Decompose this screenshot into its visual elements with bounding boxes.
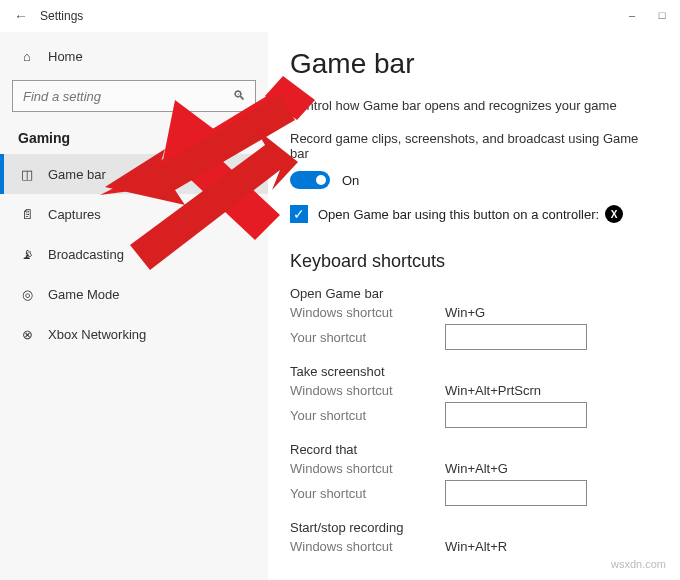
win-shortcut-value: Win+Alt+R	[445, 539, 507, 554]
sidebar-item-game-mode[interactable]: ◎ Game Mode	[0, 274, 268, 314]
your-shortcut-input[interactable]	[445, 480, 587, 506]
shortcut-title: Take screenshot	[290, 364, 658, 379]
sidebar-item-label: Game Mode	[48, 287, 120, 302]
win-shortcut-label: Windows shortcut	[290, 305, 445, 320]
xbox-button-icon: X	[605, 205, 623, 223]
win-shortcut-value: Win+Alt+G	[445, 461, 508, 476]
shortcut-title: Record that	[290, 442, 658, 457]
shortcut-title: Open Game bar	[290, 286, 658, 301]
window-controls: – □	[618, 4, 676, 26]
win-shortcut-label: Windows shortcut	[290, 461, 445, 476]
win-shortcut-label: Windows shortcut	[290, 383, 445, 398]
controller-checkbox-label: Open Game bar using this button on a con…	[318, 207, 599, 222]
sidebar-item-label: Xbox Networking	[48, 327, 146, 342]
record-toggle-row: On	[290, 171, 658, 189]
shortcut-take-screenshot: Take screenshot Windows shortcut Win+Alt…	[290, 364, 658, 428]
record-label: Record game clips, screenshots, and broa…	[290, 131, 658, 161]
minimize-button[interactable]: –	[618, 4, 646, 26]
controller-checkbox-row: ✓ Open Game bar using this button on a c…	[290, 205, 658, 223]
content: Game bar Control how Game bar opens and …	[268, 32, 680, 580]
search-wrap: 🔍︎	[12, 80, 256, 112]
win-shortcut-label: Windows shortcut	[290, 539, 445, 554]
game-bar-icon: ◫	[18, 167, 36, 182]
captures-icon: 📄︎	[18, 207, 36, 222]
back-icon[interactable]: ←	[14, 8, 28, 24]
broadcasting-icon: 📡︎	[18, 247, 36, 262]
record-toggle[interactable]	[290, 171, 330, 189]
sidebar-item-label: Captures	[48, 207, 101, 222]
controller-checkbox[interactable]: ✓	[290, 205, 308, 223]
sidebar-item-label: Game bar	[48, 167, 106, 182]
shortcut-start-stop-recording: Start/stop recording Windows shortcut Wi…	[290, 520, 658, 554]
toggle-state: On	[342, 173, 359, 188]
titlebar: ← Settings – □	[0, 0, 680, 32]
xbox-networking-icon: ⊗	[18, 327, 36, 342]
win-shortcut-value: Win+Alt+PrtScrn	[445, 383, 541, 398]
your-shortcut-label: Your shortcut	[290, 408, 445, 423]
sidebar-item-xbox-networking[interactable]: ⊗ Xbox Networking	[0, 314, 268, 354]
maximize-button[interactable]: □	[648, 4, 676, 26]
home-label: Home	[48, 49, 83, 64]
shortcuts-heading: Keyboard shortcuts	[290, 251, 658, 272]
shortcut-open-game-bar: Open Game bar Windows shortcut Win+G You…	[290, 286, 658, 350]
win-shortcut-value: Win+G	[445, 305, 485, 320]
search-icon: 🔍︎	[233, 88, 246, 103]
sidebar-item-label: Broadcasting	[48, 247, 124, 262]
sidebar-item-broadcasting[interactable]: 📡︎ Broadcasting	[0, 234, 268, 274]
home-nav[interactable]: ⌂ Home	[0, 36, 268, 76]
home-icon: ⌂	[18, 49, 36, 64]
search-input[interactable]	[12, 80, 256, 112]
page-title: Game bar	[290, 48, 658, 80]
your-shortcut-input[interactable]	[445, 324, 587, 350]
game-mode-icon: ◎	[18, 287, 36, 302]
sidebar: ⌂ Home 🔍︎ Gaming ◫ Game bar 📄︎ Captures	[0, 32, 268, 580]
window-title: Settings	[40, 9, 83, 23]
shortcut-record-that: Record that Windows shortcut Win+Alt+G Y…	[290, 442, 658, 506]
sidebar-category: Gaming	[0, 122, 268, 154]
shortcut-title: Start/stop recording	[290, 520, 658, 535]
your-shortcut-label: Your shortcut	[290, 330, 445, 345]
sidebar-item-game-bar[interactable]: ◫ Game bar	[0, 154, 268, 194]
your-shortcut-input[interactable]	[445, 402, 587, 428]
page-subtitle: Control how Game bar opens and recognize…	[290, 98, 658, 113]
sidebar-item-captures[interactable]: 📄︎ Captures	[0, 194, 268, 234]
your-shortcut-label: Your shortcut	[290, 486, 445, 501]
toggle-knob	[316, 175, 326, 185]
watermark: wsxdn.com	[611, 558, 666, 570]
